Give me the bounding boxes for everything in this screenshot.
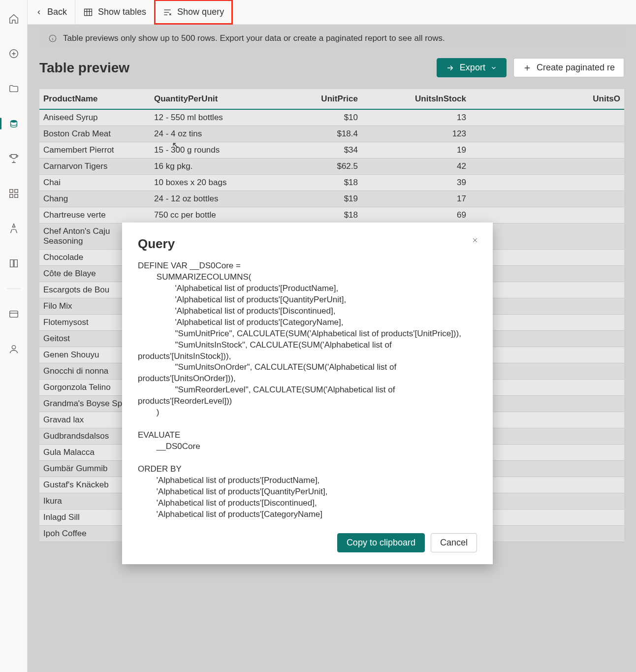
cell-onorder bbox=[470, 175, 624, 191]
cell-productname: Chai bbox=[39, 175, 150, 191]
svg-point-7 bbox=[12, 346, 15, 349]
cell-onorder bbox=[470, 250, 624, 266]
cell-onorder bbox=[470, 224, 624, 250]
cell-price: $18.4 bbox=[263, 126, 362, 142]
svg-rect-5 bbox=[14, 194, 17, 197]
back-label: Back bbox=[47, 7, 67, 17]
table-row[interactable]: Carnarvon Tigers16 kg pkg.$62.542 bbox=[39, 159, 624, 175]
cell-onorder bbox=[470, 109, 624, 126]
close-icon bbox=[471, 236, 479, 244]
cancel-button[interactable]: Cancel bbox=[431, 533, 477, 552]
cell-onorder bbox=[470, 396, 624, 412]
sidebar-deploy[interactable] bbox=[4, 219, 24, 238]
show-tables-button[interactable]: Show tables bbox=[75, 0, 155, 24]
cell-qpu: 24 - 12 oz bottles bbox=[150, 191, 263, 207]
cell-stock: 39 bbox=[362, 175, 470, 191]
cell-qpu: 10 boxes x 20 bags bbox=[150, 175, 263, 191]
col-unitsinstock[interactable]: UnitsInStock bbox=[362, 89, 470, 109]
cell-productname: Carnarvon Tigers bbox=[39, 159, 150, 175]
dialog-title: Query bbox=[138, 236, 477, 252]
cell-onorder bbox=[470, 428, 624, 445]
toolbar: Back Show tables Show query bbox=[28, 0, 636, 25]
dialog-close-button[interactable] bbox=[469, 234, 481, 246]
cell-onorder bbox=[470, 126, 624, 142]
cell-qpu: 750 cc per bottle bbox=[150, 207, 263, 224]
header-actions: Export Create paginated re bbox=[437, 58, 624, 77]
cell-stock: 123 bbox=[362, 126, 470, 142]
sidebar-home[interactable] bbox=[4, 9, 24, 29]
sidebar-learn[interactable] bbox=[4, 254, 24, 273]
col-unitprice[interactable]: UnitPrice bbox=[263, 89, 362, 109]
cell-onorder bbox=[470, 526, 624, 542]
show-query-label: Show query bbox=[177, 7, 224, 17]
sidebar-browse[interactable] bbox=[4, 79, 24, 98]
svg-rect-8 bbox=[85, 9, 92, 15]
cell-stock: 69 bbox=[362, 207, 470, 224]
sidebar-metrics[interactable] bbox=[4, 149, 24, 168]
copy-label: Copy to clipboard bbox=[347, 538, 415, 548]
cell-onorder bbox=[470, 191, 624, 207]
table-row[interactable]: Chai10 boxes x 20 bags$1839 bbox=[39, 175, 624, 191]
create-paginated-button[interactable]: Create paginated re bbox=[513, 58, 624, 77]
table-row[interactable]: Camembert Pierrot15 - 300 g rounds$3419 bbox=[39, 142, 624, 159]
plus-icon bbox=[523, 64, 532, 72]
cancel-label: Cancel bbox=[440, 538, 468, 548]
show-tables-label: Show tables bbox=[98, 7, 146, 17]
sidebar-apps[interactable] bbox=[4, 184, 24, 203]
export-icon bbox=[446, 64, 455, 72]
cell-onorder bbox=[470, 142, 624, 159]
cell-productname: Chang bbox=[39, 191, 150, 207]
export-button[interactable]: Export bbox=[437, 58, 507, 77]
cell-onorder bbox=[470, 347, 624, 363]
cell-onorder bbox=[470, 315, 624, 331]
chevron-down-icon bbox=[490, 64, 497, 71]
sidebar-data-hub[interactable] bbox=[4, 114, 24, 133]
cell-onorder bbox=[470, 510, 624, 526]
cell-onorder bbox=[470, 477, 624, 493]
svg-rect-2 bbox=[9, 190, 12, 192]
cell-productname: Chartreuse verte bbox=[39, 207, 150, 224]
table-row[interactable]: Chartreuse verte750 cc per bottle$1869 bbox=[39, 207, 624, 224]
cell-onorder bbox=[470, 363, 624, 380]
sidebar-profile[interactable] bbox=[4, 339, 24, 359]
cell-onorder bbox=[470, 412, 624, 428]
cell-stock: 19 bbox=[362, 142, 470, 159]
show-query-button[interactable]: Show query bbox=[155, 0, 232, 24]
table-row[interactable]: Aniseed Syrup12 - 550 ml bottles$1013 bbox=[39, 109, 624, 126]
col-quantityperunit[interactable]: QuantityPerUnit bbox=[150, 89, 263, 109]
cell-price: $10 bbox=[263, 109, 362, 126]
create-paginated-label: Create paginated re bbox=[537, 63, 615, 73]
cell-stock: 13 bbox=[362, 109, 470, 126]
cell-onorder bbox=[470, 461, 624, 477]
cell-price: $18 bbox=[263, 207, 362, 224]
page-title: Table preview bbox=[39, 60, 129, 76]
cell-price: $19 bbox=[263, 191, 362, 207]
table-row[interactable]: Boston Crab Meat24 - 4 oz tins$18.4123 bbox=[39, 126, 624, 142]
query-text[interactable]: DEFINE VAR __DS0Core = SUMMARIZECOLUMNS(… bbox=[138, 260, 477, 520]
table-header-row: ProductName QuantityPerUnit UnitPrice Un… bbox=[39, 89, 624, 109]
cell-onorder bbox=[470, 493, 624, 510]
svg-point-1 bbox=[10, 120, 17, 123]
cell-qpu: 24 - 4 oz tins bbox=[150, 126, 263, 142]
sidebar-workspaces[interactable] bbox=[4, 304, 24, 324]
sidebar bbox=[0, 0, 28, 672]
cell-stock: 17 bbox=[362, 191, 470, 207]
table-row[interactable]: Chang24 - 12 oz bottles$1917 bbox=[39, 191, 624, 207]
header-row: Table preview Export Create paginated re bbox=[39, 58, 624, 77]
back-button[interactable]: Back bbox=[28, 0, 75, 24]
svg-rect-3 bbox=[14, 190, 17, 192]
col-unitsonorder[interactable]: UnitsO bbox=[470, 89, 624, 109]
info-banner: Table previews only show up to 500 rows.… bbox=[39, 29, 624, 48]
copy-to-clipboard-button[interactable]: Copy to clipboard bbox=[337, 533, 425, 552]
dialog-actions: Copy to clipboard Cancel bbox=[138, 533, 477, 552]
sidebar-create[interactable] bbox=[4, 44, 24, 64]
cell-qpu: 12 - 550 ml bottles bbox=[150, 109, 263, 126]
col-productname[interactable]: ProductName bbox=[39, 89, 150, 109]
info-banner-text: Table previews only show up to 500 rows.… bbox=[63, 33, 445, 43]
svg-rect-4 bbox=[9, 194, 12, 197]
cell-onorder bbox=[470, 380, 624, 396]
cell-onorder bbox=[470, 445, 624, 461]
info-icon bbox=[48, 34, 57, 43]
cell-qpu: 15 - 300 g rounds bbox=[150, 142, 263, 159]
cell-productname: Aniseed Syrup bbox=[39, 109, 150, 126]
